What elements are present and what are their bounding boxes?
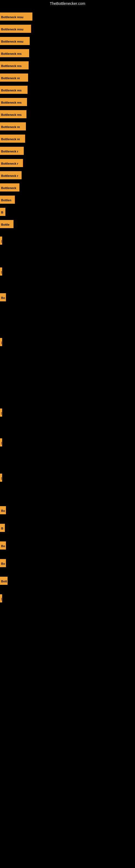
bar-item-22: | xyxy=(0,338,1,346)
bar-item-5: Bottleneck res xyxy=(0,61,29,69)
bar-label-13: Bottleneck r xyxy=(0,159,23,167)
bar-label-23: | xyxy=(0,408,2,416)
bar-item-15: Bottleneck xyxy=(0,183,19,191)
bar-label-7: Bottleneck res xyxy=(0,86,28,94)
bar-item-21: Bo xyxy=(0,293,6,301)
bar-item-14: Bottleneck r xyxy=(0,171,21,179)
bar-item-18: Bottle xyxy=(0,220,13,228)
bar-label-18: Bottle xyxy=(0,220,13,228)
bar-label-31: | xyxy=(0,594,2,602)
bar-item-24: | xyxy=(0,438,1,446)
bar-item-1: Bottleneck resu xyxy=(0,12,32,21)
bar-label-2: Bottleneck resu xyxy=(0,25,31,33)
bar-label-10: Bottleneck re xyxy=(0,122,26,130)
site-title: TheBottlenecker.com xyxy=(0,0,135,7)
bar-item-30: Bott xyxy=(0,577,8,585)
bar-label-30: Bott xyxy=(0,577,8,585)
bar-label-21: Bo xyxy=(0,293,6,301)
bar-item-11: Bottleneck re xyxy=(0,134,25,143)
bar-item-31: | xyxy=(0,594,1,602)
bar-item-19: | xyxy=(0,237,1,245)
bar-label-5: Bottleneck res xyxy=(0,61,29,69)
bar-label-25: | xyxy=(0,474,2,482)
bar-label-11: Bottleneck re xyxy=(0,134,25,143)
bar-label-24: | xyxy=(0,438,2,446)
bar-label-27: B xyxy=(0,524,5,532)
bar-item-27: B xyxy=(0,524,5,532)
bar-label-3: Bottleneck resu xyxy=(0,37,30,45)
bar-label-15: Bottleneck xyxy=(0,183,19,191)
bar-item-26: Bo xyxy=(0,506,6,514)
bar-label-19: | xyxy=(0,237,2,245)
bar-item-9: Bottleneck res xyxy=(0,110,27,118)
bar-label-28: Bo xyxy=(0,541,6,550)
bar-item-4: Bottleneck res xyxy=(0,49,29,57)
bar-item-29: Bo xyxy=(0,559,6,567)
bar-label-12: Bottleneck r xyxy=(0,147,24,155)
bar-label-17: B xyxy=(0,208,5,216)
bar-item-7: Bottleneck res xyxy=(0,86,28,94)
bar-item-17: B xyxy=(0,208,5,216)
bar-label-8: Bottleneck res xyxy=(0,98,27,106)
bar-label-1: Bottleneck resu xyxy=(0,12,32,21)
bar-item-8: Bottleneck res xyxy=(0,98,27,106)
bar-label-4: Bottleneck res xyxy=(0,49,29,57)
bar-label-14: Bottleneck r xyxy=(0,171,21,179)
bar-item-12: Bottleneck r xyxy=(0,147,24,155)
bar-item-28: Bo xyxy=(0,541,6,550)
bar-item-20: | xyxy=(0,268,1,276)
bar-item-13: Bottleneck r xyxy=(0,159,23,167)
bar-item-10: Bottleneck re xyxy=(0,122,26,130)
bar-item-3: Bottleneck resu xyxy=(0,37,30,45)
bar-label-6: Bottleneck re xyxy=(0,73,28,82)
bar-item-16: Bottlen xyxy=(0,195,15,204)
bar-label-26: Bo xyxy=(0,506,6,514)
bar-item-23: | xyxy=(0,408,1,416)
bar-item-25: | xyxy=(0,474,1,482)
bar-item-6: Bottleneck re xyxy=(0,73,28,82)
bar-label-29: Bo xyxy=(0,559,6,567)
bar-label-20: | xyxy=(0,268,2,276)
bar-item-2: Bottleneck resu xyxy=(0,25,31,33)
bar-label-9: Bottleneck res xyxy=(0,110,27,118)
bar-label-22: | xyxy=(0,338,2,346)
bar-label-16: Bottlen xyxy=(0,195,15,204)
